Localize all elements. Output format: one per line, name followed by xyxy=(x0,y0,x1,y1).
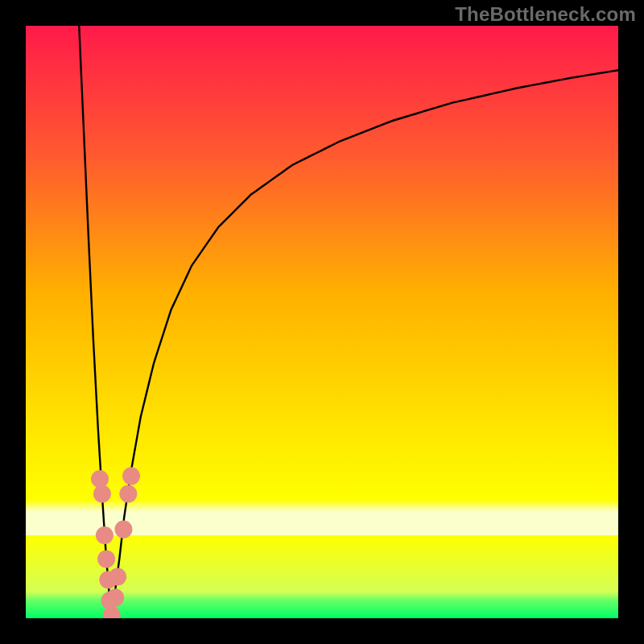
gradient-background xyxy=(26,26,618,618)
data-marker xyxy=(109,568,126,585)
data-marker xyxy=(106,588,124,606)
chart-svg xyxy=(26,26,618,618)
data-marker xyxy=(96,526,114,544)
data-marker xyxy=(93,485,111,502)
data-marker xyxy=(97,550,115,568)
watermark-text: TheBottleneck.com xyxy=(455,3,636,26)
data-marker xyxy=(122,467,140,485)
plot-area xyxy=(26,26,618,618)
data-marker xyxy=(91,470,109,488)
chart-frame: TheBottleneck.com xyxy=(0,0,644,644)
data-marker xyxy=(114,521,132,539)
data-marker xyxy=(119,485,137,502)
